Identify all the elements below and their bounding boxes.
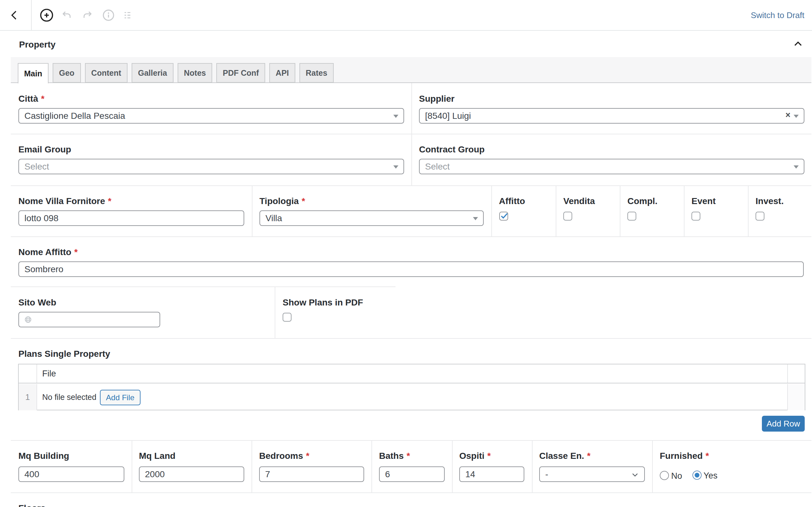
sito-web-input[interactable] — [18, 312, 160, 327]
col-divider — [491, 185, 492, 236]
tipologia-select[interactable]: Villa — [259, 210, 484, 226]
affitto-checkbox[interactable] — [499, 212, 508, 221]
furnished-yes-label: Yes — [704, 471, 717, 481]
supplier-label: Supplier — [419, 94, 455, 104]
tab-rates[interactable]: Rates — [299, 63, 334, 83]
nome-villa-input[interactable]: lotto 098 — [18, 210, 244, 226]
compl-checkbox[interactable] — [627, 212, 636, 221]
row-divider — [11, 338, 811, 339]
plans-table-header-row: File — [19, 364, 805, 383]
list-view-button[interactable] — [122, 9, 135, 21]
row-order-cell[interactable]: 1 — [19, 384, 37, 410]
mq-building-label: Mq Building — [18, 451, 69, 461]
row-divider — [11, 286, 396, 287]
select-arrow-icon — [794, 115, 799, 118]
col-divider — [252, 185, 252, 236]
classe-en-label: Classe En.* — [539, 451, 591, 461]
col-divider — [411, 83, 412, 185]
supplier-select[interactable]: [8540] Luigi × — [419, 108, 804, 124]
toolbar-divider — [31, 0, 32, 30]
tab-main[interactable]: Main — [18, 63, 49, 83]
nome-villa-label: Nome Villa Fornitore* — [18, 196, 111, 206]
contract-group-select[interactable]: Select — [419, 159, 804, 174]
floors-label: Floors — [18, 503, 46, 507]
invest-checkbox[interactable] — [756, 212, 764, 221]
file-column-header: File — [42, 369, 56, 379]
editor-toolbar: Switch to Draft — [0, 0, 812, 31]
tab-api[interactable]: API — [269, 63, 295, 83]
clear-icon[interactable]: × — [785, 110, 791, 120]
classe-en-select[interactable]: - — [539, 466, 645, 482]
add-file-button[interactable]: Add File — [100, 390, 141, 405]
nome-affitto-input[interactable]: Sombrero — [18, 262, 804, 277]
row-divider — [11, 440, 811, 441]
show-plans-checkbox[interactable] — [283, 313, 292, 322]
invest-label: Invest. — [756, 196, 784, 206]
order-column-header — [19, 364, 37, 383]
bedrooms-input[interactable]: 7 — [259, 466, 364, 482]
tipologia-label: Tipologia* — [259, 196, 305, 206]
radio-dot — [695, 473, 699, 477]
plans-label: Plans Single Property — [18, 349, 110, 359]
row-divider — [11, 134, 811, 134]
vendita-label: Vendita — [563, 196, 595, 206]
vendita-checkbox[interactable] — [563, 212, 572, 221]
nome-affitto-label: Nome Affitto* — [18, 247, 78, 257]
add-block-button[interactable] — [39, 7, 55, 23]
undo-icon — [60, 9, 73, 21]
ospiti-label: Ospiti* — [459, 451, 491, 461]
file-empty-text: No file selected — [42, 393, 96, 402]
info-button[interactable] — [101, 8, 115, 22]
switch-to-draft-link[interactable]: Switch to Draft — [751, 10, 804, 20]
event-checkbox[interactable] — [692, 212, 700, 221]
panel-collapse-button[interactable] — [792, 38, 804, 50]
email-group-select[interactable]: Select — [18, 159, 404, 174]
baths-label: Baths* — [379, 451, 410, 461]
select-arrow-icon — [473, 217, 478, 220]
ospiti-input[interactable]: 14 — [459, 466, 524, 482]
undo-button[interactable] — [60, 9, 73, 21]
panel-title: Property — [19, 40, 55, 50]
row-divider — [11, 236, 811, 237]
row-divider — [11, 493, 811, 493]
col-divider — [252, 440, 252, 493]
citta-label: Città* — [18, 94, 44, 104]
select-arrow-icon — [393, 115, 398, 118]
furnished-label: Furnished* — [660, 451, 709, 461]
chevron-down-icon — [630, 470, 640, 480]
citta-select[interactable]: Castiglione Della Pescaia — [18, 108, 404, 124]
globe-icon — [24, 316, 32, 323]
row-remove-cell — [787, 384, 805, 410]
back-button[interactable] — [8, 9, 21, 21]
col-divider — [132, 440, 132, 493]
redo-icon — [81, 9, 94, 21]
baths-input[interactable]: 6 — [379, 466, 445, 482]
tab-pdf-conf[interactable]: PDF Conf — [216, 63, 265, 83]
plans-table-row: 1 No file selected Add File — [19, 384, 805, 410]
furnished-no-label: No — [671, 471, 682, 481]
back-chevron-icon — [8, 9, 21, 21]
compl-label: Compl. — [627, 196, 658, 206]
affitto-label: Affitto — [499, 196, 525, 206]
select-arrow-icon — [794, 165, 799, 169]
chevron-up-icon — [792, 38, 804, 50]
add-row-button[interactable]: Add Row — [762, 416, 805, 432]
redo-button[interactable] — [81, 9, 94, 21]
furnished-no-radio[interactable] — [660, 471, 669, 480]
bedrooms-label: Bedrooms* — [259, 451, 309, 461]
remove-column-header — [787, 364, 805, 383]
col-divider — [275, 287, 275, 338]
tab-galleria[interactable]: Galleria — [132, 63, 173, 83]
col-divider — [452, 440, 453, 493]
event-label: Event — [692, 196, 716, 206]
mq-land-input[interactable]: 2000 — [139, 466, 244, 482]
row-divider — [11, 185, 811, 186]
tab-notes[interactable]: Notes — [177, 63, 212, 83]
plus-circle-icon — [39, 7, 55, 23]
col-divider — [684, 185, 684, 236]
select-arrow-icon — [393, 165, 398, 169]
tab-geo[interactable]: Geo — [53, 63, 81, 83]
furnished-yes-radio[interactable] — [693, 470, 702, 480]
mq-building-input[interactable]: 400 — [18, 466, 124, 482]
tab-content[interactable]: Content — [85, 63, 128, 83]
